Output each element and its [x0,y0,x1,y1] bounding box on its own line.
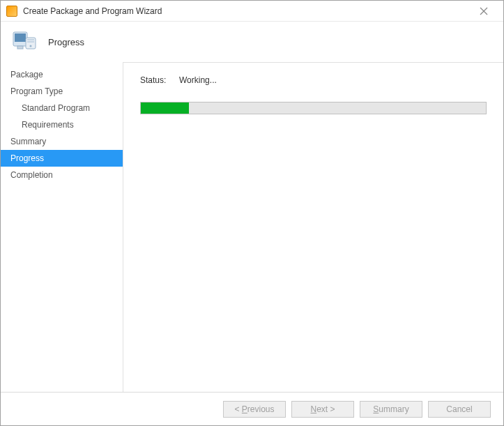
app-icon [6,6,17,17]
previous-button[interactable]: < Previous [223,401,286,418]
close-button[interactable] [470,1,498,21]
svg-rect-8 [27,41,34,43]
page-title: Progress [48,37,84,47]
sidebar-item-standard-program[interactable]: Standard Program [1,100,123,116]
svg-rect-3 [15,33,26,42]
sidebar-item-program-type[interactable]: Program Type [1,83,123,100]
window-title: Create Package and Program Wizard [23,6,470,16]
wizard-header: Progress [1,22,503,62]
svg-rect-4 [17,46,23,49]
sidebar-item-package[interactable]: Package [1,66,123,83]
computer-icon [10,28,38,56]
progress-bar [140,102,487,114]
svg-point-6 [30,45,32,47]
status-label: Status: [140,75,179,85]
progress-fill [141,102,189,114]
close-icon [480,7,488,15]
next-button[interactable]: Next > [291,401,354,418]
summary-button[interactable]: Summary [360,401,422,418]
sidebar-item-completion[interactable]: Completion [1,167,123,183]
wizard-sidebar: Package Program Type Standard Program Re… [1,62,123,392]
wizard-content: Status: Working... [123,62,503,392]
titlebar: Create Package and Program Wizard [1,1,503,22]
sidebar-item-progress[interactable]: Progress [1,150,123,167]
sidebar-item-summary[interactable]: Summary [1,133,123,150]
wizard-body: Package Program Type Standard Program Re… [1,62,503,392]
status-value: Working... [179,75,217,85]
wizard-footer: < Previous Next > Summary Cancel [1,392,503,425]
sidebar-item-requirements[interactable]: Requirements [1,116,123,133]
status-row: Status: Working... [140,75,487,85]
cancel-button[interactable]: Cancel [428,401,491,418]
svg-rect-7 [27,39,34,40]
